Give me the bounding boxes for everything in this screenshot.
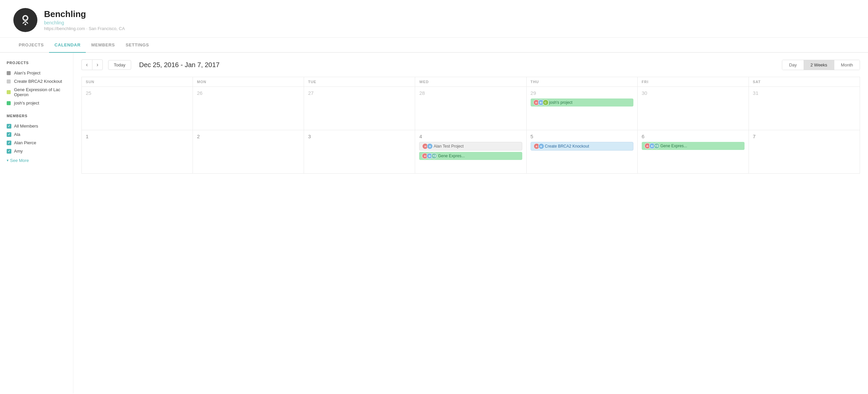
calendar-area: ‹ › Today Dec 25, 2016 - Jan 7, 2017 Day… <box>73 53 868 393</box>
member-ala[interactable]: Ala <box>7 130 66 139</box>
date-jan7: 7 <box>753 133 856 139</box>
member-all[interactable]: All Members <box>7 122 66 130</box>
date-dec25: 25 <box>86 90 189 96</box>
cell-jan2: 2 <box>193 130 304 174</box>
nav-settings[interactable]: SETTINGS <box>120 38 154 53</box>
app-name: Benchling <box>44 9 125 19</box>
calendar-week-1: 25 26 27 28 29 A B C <box>82 87 860 130</box>
svg-point-2 <box>25 24 26 25</box>
next-button[interactable]: › <box>92 59 103 70</box>
col-header-mon: MON <box>193 77 304 87</box>
see-more-label: See More <box>10 158 29 163</box>
date-dec28: 28 <box>419 90 522 96</box>
checkbox-ala[interactable] <box>7 132 11 137</box>
event-avatars-brca: A B <box>534 143 543 149</box>
today-button[interactable]: Today <box>108 60 131 70</box>
checkbox-amy[interactable] <box>7 149 11 154</box>
date-jan6: 6 <box>642 133 745 139</box>
sidebar: PROJECTS Alan's Project Create BRCA2 Kno… <box>0 53 73 393</box>
view-month-button[interactable]: Month <box>834 60 860 70</box>
calendar-header-row: SUN MON TUE WED THU FRI SAT <box>82 77 860 87</box>
date-jan2: 2 <box>197 133 300 139</box>
event-avatars-gene4: A B +3 <box>422 153 436 159</box>
col-header-fri: FRI <box>638 77 749 87</box>
cell-dec31: 31 <box>749 87 860 130</box>
checkbox-alan[interactable] <box>7 141 11 145</box>
event-joshproject-dec29[interactable]: A B C josh's project <box>531 98 633 107</box>
avatar-alan2: B <box>427 143 433 149</box>
avatar-count-gene6: +3 <box>654 143 660 149</box>
cell-dec30: 30 <box>638 87 749 130</box>
cell-dec26: 26 <box>193 87 304 130</box>
sidebar-item-lac[interactable]: Gene Expression of Lac Operon <box>7 86 66 99</box>
cell-jan7: 7 <box>749 130 860 174</box>
calendar-week-2: 1 2 3 4 A B Alan Test Project <box>82 130 860 174</box>
col-header-sun: SUN <box>82 77 193 87</box>
event-avatars-alan: A B <box>422 143 432 149</box>
prev-button[interactable]: ‹ <box>82 59 92 70</box>
col-header-thu: THU <box>527 77 638 87</box>
event-label-brca2: Create BRCA2 Knockout <box>545 144 589 149</box>
member-alan[interactable]: Alan Pierce <box>7 139 66 147</box>
checkbox-all[interactable] <box>7 124 11 128</box>
project-dot-alans <box>7 71 11 75</box>
cell-dec25: 25 <box>82 87 193 130</box>
event-avatars-gene6: A B +3 <box>644 143 658 149</box>
cell-dec27: 27 <box>304 87 415 130</box>
calendar-controls: ‹ › Today Dec 25, 2016 - Jan 7, 2017 Day… <box>82 59 860 70</box>
view-day-button[interactable]: Day <box>782 60 804 70</box>
event-alantest-jan4[interactable]: A B Alan Test Project <box>419 142 522 151</box>
view-2weeks-button[interactable]: 2 Weeks <box>804 60 834 70</box>
nav-members[interactable]: MEMBERS <box>86 38 120 53</box>
member-amy[interactable]: Amy <box>7 147 66 155</box>
event-label-alantest: Alan Test Project <box>434 144 464 149</box>
project-label-josh: josh's project <box>14 100 39 105</box>
col-header-wed: WED <box>415 77 526 87</box>
projects-section-title: PROJECTS <box>7 61 66 65</box>
date-range-label: Dec 25, 2016 - Jan 7, 2017 <box>139 61 782 69</box>
members-section-title: MEMBERS <box>7 114 66 118</box>
cell-jan1: 1 <box>82 130 193 174</box>
cell-jan5: 5 A B Create BRCA2 Knockout <box>527 130 638 174</box>
event-geneexpr-jan4[interactable]: A B +3 Gene Expres... <box>419 152 522 160</box>
nav-calendar[interactable]: CALENDAR <box>49 38 86 53</box>
col-header-sat: SAT <box>749 77 860 87</box>
project-label-brca2: Create BRCA2 Knockout <box>14 79 62 84</box>
chevron-down-icon: ▾ <box>7 158 9 162</box>
event-geneexpr-jan6[interactable]: A B +3 Gene Expres... <box>642 142 745 150</box>
nav-projects[interactable]: PROJECTS <box>13 38 49 53</box>
cell-jan3: 3 <box>304 130 415 174</box>
event-label-josh: josh's project <box>549 100 573 105</box>
sidebar-item-brca2[interactable]: Create BRCA2 Knockout <box>7 77 66 86</box>
member-label-all: All Members <box>14 124 38 128</box>
date-dec30: 30 <box>642 90 745 96</box>
member-label-amy: Amy <box>14 149 23 154</box>
avatar-count-gene4: +3 <box>431 153 437 159</box>
project-dot-josh <box>7 101 11 105</box>
date-dec31: 31 <box>753 90 856 96</box>
avatar-b2: B <box>538 143 544 149</box>
event-avatars: A B C <box>533 99 547 105</box>
project-dot-brca2 <box>7 80 11 84</box>
app-location: https://benchling.com · San Francisco, C… <box>44 26 125 31</box>
date-jan3: 3 <box>308 133 411 139</box>
sidebar-item-josh[interactable]: josh's project <box>7 99 66 107</box>
date-jan5: 5 <box>531 133 633 139</box>
see-more-button[interactable]: ▾ See More <box>7 158 66 163</box>
view-buttons-group: Day 2 Weeks Month <box>782 60 860 70</box>
cell-jan4: 4 A B Alan Test Project A B +3 <box>415 130 526 174</box>
event-brca2-jan5[interactable]: A B Create BRCA2 Knockout <box>531 142 633 151</box>
svg-point-1 <box>24 17 27 20</box>
date-jan1: 1 <box>86 133 189 139</box>
date-jan4: 4 <box>419 133 522 139</box>
member-label-alan: Alan Pierce <box>14 140 36 145</box>
app-header: Benchling benchling https://benchling.co… <box>0 0 868 38</box>
app-subdomain: benchling <box>44 20 125 25</box>
date-dec27: 27 <box>308 90 411 96</box>
event-label-geneexpr6: Gene Expres... <box>660 144 687 148</box>
col-header-tue: TUE <box>304 77 415 87</box>
app-logo <box>13 8 37 32</box>
project-label-lac: Gene Expression of Lac Operon <box>14 87 66 97</box>
sidebar-item-alans-project[interactable]: Alan's Project <box>7 69 66 77</box>
main-content: PROJECTS Alan's Project Create BRCA2 Kno… <box>0 53 868 393</box>
